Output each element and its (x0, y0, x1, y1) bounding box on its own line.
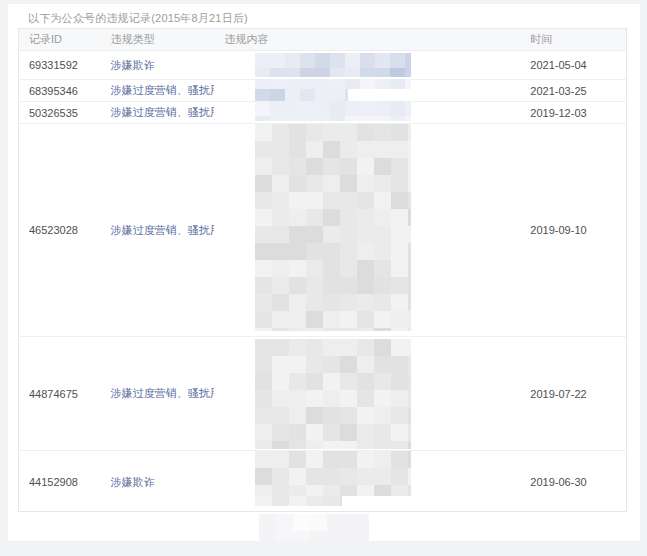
violation-type-cell: 涉嫌过度营销、骚扰用户 (101, 83, 215, 98)
violation-date-cell: 2019-07-22 (520, 388, 626, 400)
violation-date-cell: 2021-03-25 (520, 85, 626, 97)
record-id-cell: 44874675 (19, 388, 101, 400)
column-header-time: 时间 (520, 29, 626, 50)
violation-date-cell: 2019-09-10 (520, 224, 626, 236)
table-row: 44874675 涉嫌过度营销、骚扰用户 2019-07-22 (19, 337, 626, 451)
violation-records-table: 记录ID 违规类型 违规内容 时间 69331592 涉嫌欺诈 2021-05-… (18, 28, 627, 512)
table-body: 69331592 涉嫌欺诈 2021-05-04 68395346 涉嫌过度营销… (19, 51, 626, 513)
table-row: 44152908 涉嫌欺诈 2019-06-30 (19, 451, 626, 513)
violation-date: 2019-06-30 (530, 476, 586, 488)
page-right-gutter (640, 0, 647, 556)
violation-type-cell: 涉嫌过度营销、骚扰用户 (101, 223, 215, 238)
violation-date: 2019-09-10 (530, 224, 586, 236)
violation-type-cell: 涉嫌过度营销、骚扰用户 (101, 386, 215, 401)
table-row: 46523028 涉嫌过度营销、骚扰用户 2019-09-10 (19, 124, 626, 337)
record-id: 46523028 (29, 224, 78, 236)
record-id: 69331592 (29, 59, 78, 71)
record-id-cell: 44152908 (19, 476, 101, 488)
table-header-row: 记录ID 违规类型 违规内容 时间 (19, 29, 626, 51)
records-caption: 以下为公众号的违规记录(2015年8月21日后) (28, 11, 248, 26)
column-header-record-id: 记录ID (19, 29, 101, 50)
record-id: 44152908 (29, 476, 78, 488)
record-id-cell: 68395346 (19, 85, 101, 97)
violation-date: 2021-05-04 (530, 59, 586, 71)
table-row: 69331592 涉嫌欺诈 2021-05-04 (19, 51, 626, 80)
violation-date-cell: 2019-06-30 (520, 476, 626, 488)
record-id-cell: 46523028 (19, 224, 101, 236)
column-header-violation-type: 违规类型 (101, 29, 215, 50)
violation-type-link[interactable]: 涉嫌欺诈 (111, 476, 155, 488)
record-id: 50326535 (29, 107, 78, 119)
violation-type-link[interactable]: 涉嫌过度营销、骚扰用户 (111, 224, 215, 236)
violation-date: 2019-07-22 (530, 388, 586, 400)
violation-type-link[interactable]: 涉嫌过度营销、骚扰用户 (111, 84, 215, 96)
violation-type-cell: 涉嫌过度营销、骚扰用户 (101, 105, 215, 120)
record-id: 68395346 (29, 85, 78, 97)
violation-date-cell: 2019-12-03 (520, 107, 626, 119)
violation-date: 2019-12-03 (530, 107, 586, 119)
page-background: 以下为公众号的违规记录(2015年8月21日后) 记录ID 违规类型 违规内容 … (0, 0, 647, 556)
column-header-violation-content: 违规内容 (214, 29, 520, 50)
table-row: 50326535 涉嫌过度营销、骚扰用户 2019-12-03 (19, 102, 626, 124)
violation-type-cell: 涉嫌欺诈 (101, 475, 215, 490)
violation-type-cell: 涉嫌欺诈 (101, 58, 215, 73)
violation-type-link[interactable]: 涉嫌过度营销、骚扰用户 (111, 387, 215, 399)
violation-type-link[interactable]: 涉嫌过度营销、骚扰用户 (111, 106, 215, 118)
violation-date: 2021-03-25 (530, 85, 586, 97)
table-row: 68395346 涉嫌过度营销、骚扰用户 2021-03-25 (19, 80, 626, 102)
page-bottom-gutter (0, 541, 647, 556)
violation-type-link[interactable]: 涉嫌欺诈 (111, 59, 155, 71)
record-id: 44874675 (29, 388, 78, 400)
record-id-cell: 50326535 (19, 107, 101, 119)
content-card: 以下为公众号的违规记录(2015年8月21日后) 记录ID 违规类型 违规内容 … (8, 4, 640, 541)
record-id-cell: 69331592 (19, 59, 101, 71)
violation-date-cell: 2021-05-04 (520, 59, 626, 71)
